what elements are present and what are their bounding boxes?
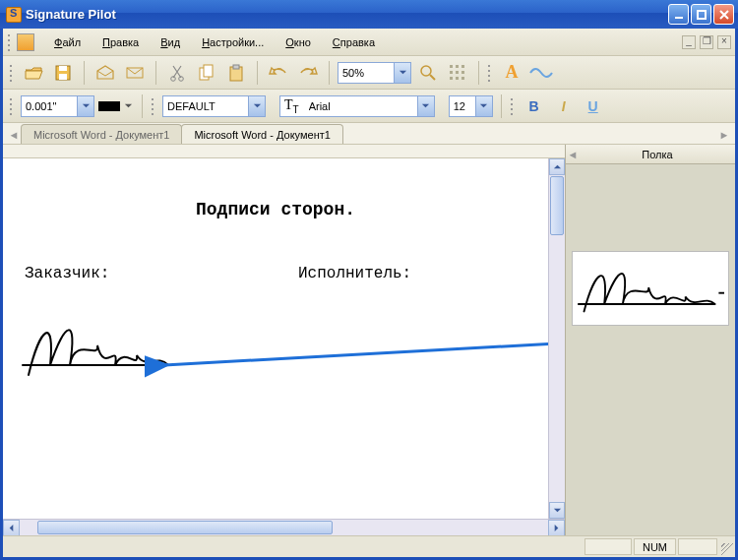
folder-open-icon — [24, 64, 43, 82]
open-button[interactable] — [21, 60, 46, 86]
italic-button[interactable]: I — [551, 93, 577, 119]
svg-rect-15 — [461, 65, 464, 68]
shelf-signature-item[interactable] — [572, 251, 729, 326]
svg-rect-16 — [450, 71, 453, 74]
envelope-icon — [125, 66, 145, 80]
bold-button[interactable]: B — [522, 93, 547, 119]
toolbar-gripper[interactable] — [487, 63, 493, 83]
mdi-close-button[interactable]: × — [717, 35, 731, 49]
font-name-combo[interactable]: TT — [279, 95, 435, 117]
resize-grip[interactable] — [717, 539, 735, 557]
text-tool-button[interactable]: A — [499, 60, 524, 86]
zoom-combo[interactable] — [338, 62, 411, 84]
title-bar: Signature Pilot — [0, 0, 738, 29]
signature-thumbnail-icon — [577, 256, 724, 321]
doc-heading: Подписи сторон. — [3, 200, 548, 219]
save-button[interactable] — [50, 60, 76, 86]
toolbar-gripper[interactable] — [9, 96, 15, 116]
signature-tool-button[interactable] — [528, 60, 554, 86]
document-canvas[interactable]: Подписи сторон. Заказчик: Исполнитель: — [3, 158, 548, 519]
envelope-open-icon — [95, 65, 115, 81]
svg-rect-17 — [456, 71, 459, 74]
color-swatch[interactable] — [98, 101, 120, 111]
font-size-combo[interactable] — [449, 95, 493, 117]
underline-button[interactable]: U — [581, 93, 606, 119]
cut-button[interactable] — [164, 60, 190, 86]
font-size-input[interactable] — [450, 96, 475, 116]
app-menu-icon[interactable] — [17, 33, 34, 51]
mail-button[interactable] — [122, 60, 148, 86]
tab-scroll-right[interactable]: ► — [717, 126, 731, 144]
svg-rect-1 — [698, 11, 706, 19]
grid-button[interactable] — [445, 60, 470, 86]
document-tab[interactable]: Microsoft Word - Документ1 — [21, 124, 182, 144]
menu-help[interactable]: Справка — [323, 32, 385, 52]
scroll-thumb[interactable] — [550, 176, 564, 235]
line-width-combo[interactable] — [21, 95, 94, 117]
toolbar-gripper[interactable] — [9, 63, 15, 83]
status-cell — [584, 538, 632, 555]
zoom-input[interactable] — [338, 63, 394, 83]
color-dropdown[interactable] — [122, 96, 134, 116]
svg-rect-11 — [233, 65, 239, 69]
tab-scroll-left[interactable]: ◄ — [7, 126, 21, 144]
menu-window[interactable]: Окно — [276, 32, 321, 52]
svg-rect-20 — [456, 77, 459, 80]
status-bar: NUM — [3, 535, 735, 557]
horizontal-scrollbar[interactable] — [3, 519, 565, 535]
document-tabs: ◄ Microsoft Word - Документ1 Microsoft W… — [3, 123, 735, 145]
scroll-right-button[interactable] — [548, 520, 565, 536]
mail-open-button[interactable] — [92, 60, 118, 86]
truetype-icon: TT — [280, 97, 301, 115]
font-name-input[interactable] — [305, 96, 413, 116]
zoom-tool-button[interactable] — [415, 60, 441, 86]
undo-button[interactable] — [266, 60, 291, 86]
line-width-input[interactable] — [22, 96, 77, 116]
menu-file[interactable]: Файл — [44, 32, 91, 52]
menu-view[interactable]: Вид — [151, 32, 190, 52]
scroll-thumb[interactable] — [37, 521, 333, 534]
document-tab[interactable]: Microsoft Word - Документ1 — [181, 124, 342, 144]
text-A-icon: A — [506, 62, 519, 83]
svg-line-22 — [164, 343, 548, 365]
paste-button[interactable] — [223, 60, 249, 86]
shelf-header: ◄ Полка — [566, 145, 735, 164]
undo-icon — [269, 66, 288, 80]
maximize-button[interactable] — [691, 4, 711, 25]
mdi-minimize-button[interactable]: _ — [682, 35, 696, 49]
svg-rect-21 — [461, 77, 464, 80]
format-toolbar: TT B I U — [3, 90, 735, 123]
font-style-dropdown[interactable] — [248, 96, 265, 116]
redo-button[interactable] — [295, 60, 321, 86]
svg-rect-19 — [450, 77, 453, 80]
toolbar-gripper[interactable] — [151, 96, 156, 116]
font-style-combo[interactable] — [162, 95, 266, 117]
svg-rect-4 — [59, 74, 67, 80]
minimize-button[interactable] — [668, 4, 689, 25]
font-style-input[interactable] — [163, 96, 248, 116]
line-width-dropdown[interactable] — [77, 96, 93, 116]
toolbar-gripper[interactable] — [510, 96, 516, 116]
font-name-dropdown[interactable] — [417, 96, 434, 116]
wave-icon — [529, 65, 553, 81]
svg-point-12 — [421, 66, 431, 76]
workspace: Подписи сторон. Заказчик: Исполнитель: — [3, 145, 735, 535]
mdi-restore-button[interactable]: ❐ — [700, 35, 713, 49]
clipboard-icon — [227, 64, 245, 82]
menu-settings[interactable]: Настройки... — [192, 32, 274, 52]
close-button[interactable] — [713, 4, 734, 25]
vertical-scrollbar[interactable] — [548, 158, 565, 519]
main-toolbar: A — [3, 56, 735, 90]
doc-executor-label: Исполнитель: — [298, 265, 411, 282]
scroll-left-button[interactable] — [3, 520, 20, 536]
svg-rect-9 — [204, 65, 213, 77]
copy-button[interactable] — [194, 60, 219, 86]
toolbar-gripper[interactable] — [7, 32, 13, 52]
zoom-dropdown[interactable] — [394, 63, 410, 83]
font-size-dropdown[interactable] — [475, 96, 492, 116]
scroll-up-button[interactable] — [549, 158, 565, 175]
floppy-icon — [54, 64, 72, 82]
menu-edit[interactable]: Правка — [92, 32, 149, 52]
signature-graphic[interactable] — [21, 306, 178, 385]
scroll-down-button[interactable] — [549, 502, 565, 519]
